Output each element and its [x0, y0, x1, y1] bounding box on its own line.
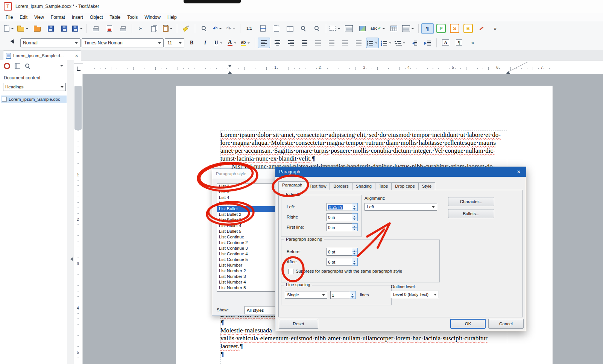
suppress-checkbox[interactable]: [288, 269, 293, 274]
toolbar-overflow-button[interactable]: »: [489, 23, 501, 34]
object-pointer-button[interactable]: [7, 38, 19, 48]
before-spacing-spinner[interactable]: [352, 248, 358, 256]
cancel-button[interactable]: Cancel: [488, 319, 524, 329]
decrease-line-spacing-button[interactable]: [312, 38, 324, 48]
spin-up-icon[interactable]: [352, 258, 357, 262]
underline-dropdown-icon[interactable]: [219, 38, 223, 48]
zoom-out-button[interactable]: [297, 23, 310, 34]
spin-up-icon[interactable]: [352, 224, 357, 228]
undo-dropdown-icon[interactable]: [218, 24, 222, 33]
before-spacing-input[interactable]: 0 pt: [327, 248, 352, 256]
menu-item[interactable]: Insert: [68, 14, 87, 21]
menu-item[interactable]: Tools: [124, 14, 141, 21]
right-indent-spinner[interactable]: [352, 213, 358, 221]
menu-item[interactable]: Help: [164, 14, 180, 21]
spin-down-icon[interactable]: [352, 207, 357, 211]
file-manager-button[interactable]: [31, 23, 43, 34]
export-pdf-button[interactable]: [103, 23, 115, 34]
formatting-marks-button[interactable]: ¶: [421, 23, 434, 34]
paragraph-style-combo[interactable]: Normal: [20, 38, 81, 47]
increase-paragraph-spacing-button[interactable]: [352, 38, 365, 48]
paste-dropdown-icon[interactable]: [169, 24, 173, 33]
paragraph-dialog-button[interactable]: ¶: [453, 38, 465, 48]
increase-indent-button[interactable]: [421, 38, 434, 48]
paragraph-dialog-titlebar[interactable]: Paragraph ✕: [275, 167, 526, 177]
right-indent-input[interactable]: 0 in: [327, 213, 352, 221]
spin-up-icon[interactable]: [352, 203, 357, 207]
insert-object-button[interactable]: [401, 23, 416, 34]
align-center-button[interactable]: [271, 38, 284, 48]
increase-line-spacing-button[interactable]: [325, 38, 338, 48]
line-spacing-count-input[interactable]: 1: [330, 291, 350, 299]
bold-button[interactable]: B: [185, 38, 198, 48]
after-spacing-input[interactable]: 6 pt: [327, 258, 352, 266]
bullet-list-dropdown-icon[interactable]: [374, 38, 378, 48]
spin-up-icon[interactable]: [350, 291, 355, 295]
dialog-tab[interactable]: Text flow: [306, 182, 330, 190]
sidebar-document-item[interactable]: Lorem_ipsum_Sample.doc: [1, 96, 67, 103]
cut-button[interactable]: ✂: [135, 23, 147, 34]
align-justify-button[interactable]: [298, 38, 311, 48]
dialog-tab[interactable]: Drop caps: [391, 182, 418, 190]
copy-button[interactable]: [148, 23, 161, 34]
spin-down-icon[interactable]: [352, 262, 357, 265]
first-line-spinner[interactable]: [352, 223, 358, 231]
paste-button[interactable]: [162, 23, 174, 34]
redo-dropdown-icon[interactable]: [232, 24, 236, 33]
highlight-button[interactable]: ab: [240, 38, 252, 48]
left-indent-spinner[interactable]: [352, 203, 358, 211]
format-paintbrush-button[interactable]: [180, 23, 192, 34]
character-dialog-button[interactable]: A: [439, 38, 452, 48]
line-spacing-mode-combo[interactable]: Single: [285, 291, 327, 299]
sidebar-splitter[interactable]: [67, 60, 74, 364]
spin-down-icon[interactable]: [352, 217, 357, 221]
collapse-sidebar-icon[interactable]: [68, 257, 73, 261]
spin-down-icon[interactable]: [352, 252, 357, 255]
close-icon[interactable]: ✕: [512, 169, 526, 174]
dialog-tab[interactable]: Shading: [352, 182, 375, 190]
numbered-list-button[interactable]: [380, 38, 393, 48]
zoom-dialog-button[interactable]: [311, 23, 323, 34]
sidebar-filter-combo[interactable]: Headings: [3, 83, 66, 91]
font-color-dropdown-icon[interactable]: [233, 38, 237, 48]
left-indent-marker[interactable]: [228, 69, 232, 74]
close-tab-icon[interactable]: ✕: [75, 54, 78, 58]
zoom-100-button[interactable]: 1:1: [243, 23, 255, 34]
dialog-tab[interactable]: Style: [418, 182, 436, 190]
alignment-combo[interactable]: Left: [365, 203, 437, 211]
menu-item[interactable]: Object: [87, 14, 106, 21]
panes-icon[interactable]: [15, 63, 20, 69]
save-button[interactable]: [44, 23, 57, 34]
menu-item[interactable]: Table: [106, 14, 124, 21]
checkbox-icon[interactable]: [2, 97, 7, 102]
fit-page-width-button[interactable]: [257, 23, 269, 34]
insert-table-button[interactable]: [388, 23, 400, 34]
planmaker-button[interactable]: P: [435, 23, 447, 34]
object-mode-button[interactable]: [329, 23, 342, 34]
dialog-tab[interactable]: Borders: [330, 182, 352, 190]
menu-item[interactable]: View: [31, 14, 47, 21]
insert-object-dropdown-icon[interactable]: [411, 24, 415, 33]
spin-down-icon[interactable]: [350, 295, 355, 299]
menu-item[interactable]: File: [2, 14, 16, 21]
font-color-button[interactable]: A: [226, 38, 238, 48]
first-line-input[interactable]: 0 in: [327, 223, 352, 231]
dialog-tab[interactable]: Paragraph: [278, 181, 306, 190]
redo-button[interactable]: ↷: [225, 23, 237, 34]
insert-picture-button[interactable]: [356, 23, 369, 34]
align-left-button[interactable]: [258, 38, 270, 48]
print-button[interactable]: [90, 23, 102, 34]
character-button[interactable]: Character...: [448, 197, 494, 206]
spin-up-icon[interactable]: [352, 214, 357, 217]
insert-text-frame-button[interactable]: [343, 23, 355, 34]
menu-item[interactable]: Format: [47, 14, 68, 21]
font-size-combo[interactable]: 11: [165, 38, 184, 47]
undo-button[interactable]: ↶: [211, 23, 224, 34]
menu-item[interactable]: Edit: [16, 14, 31, 21]
formatting-overflow-button[interactable]: »: [466, 38, 479, 48]
object-mode-dropdown-icon[interactable]: [337, 24, 341, 33]
spin-down-icon[interactable]: [352, 228, 357, 231]
spin-up-icon[interactable]: [352, 248, 357, 252]
ok-button[interactable]: OK: [450, 319, 486, 329]
numbered-list-dropdown-icon[interactable]: [388, 38, 392, 48]
